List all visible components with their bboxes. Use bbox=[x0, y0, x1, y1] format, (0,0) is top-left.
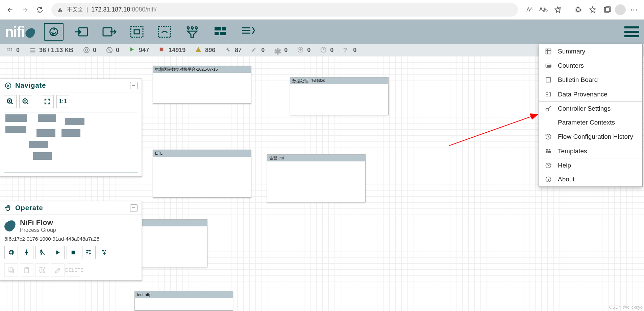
compass-icon bbox=[4, 82, 12, 89]
operate-collapse-button[interactable]: − bbox=[130, 204, 138, 212]
invalid-count: 896 bbox=[195, 46, 215, 54]
text-size-button[interactable]: Aᴬ bbox=[523, 4, 536, 16]
menu-item-templates[interactable]: Templates bbox=[539, 144, 642, 158]
collections-button[interactable] bbox=[601, 4, 613, 16]
label-tool[interactable] bbox=[238, 23, 257, 41]
svg-rect-35 bbox=[9, 268, 12, 272]
upload-template-button[interactable] bbox=[98, 246, 111, 259]
funnel-tool[interactable] bbox=[182, 23, 202, 41]
process-group[interactable]: test-http bbox=[134, 291, 233, 311]
delete-button: DELETE bbox=[67, 263, 80, 277]
process-group[interactable]: 告警test bbox=[267, 154, 366, 202]
menu-item-about[interactable]: About bbox=[539, 172, 642, 186]
extensions-button[interactable] bbox=[572, 4, 585, 16]
global-menu-button[interactable] bbox=[624, 24, 639, 39]
process-group-body bbox=[153, 73, 251, 103]
arrow-up-icon bbox=[297, 46, 304, 54]
menu-item-icon bbox=[545, 76, 552, 83]
processor-tool[interactable] bbox=[44, 23, 64, 41]
input-port-tool[interactable] bbox=[72, 23, 91, 41]
favorite-add-button[interactable] bbox=[552, 4, 564, 16]
menu-item-summary[interactable]: Summary bbox=[539, 44, 642, 59]
refresh-button[interactable] bbox=[34, 4, 46, 16]
process-group-body bbox=[290, 84, 388, 115]
global-menu: Summary123CountersBulletin BoardData Pro… bbox=[539, 44, 643, 187]
stop-button[interactable] bbox=[67, 246, 80, 259]
navigate-panel: Navigate − 1:1 bbox=[0, 79, 142, 177]
profile-avatar[interactable] bbox=[615, 4, 626, 15]
forward-button[interactable] bbox=[19, 4, 31, 16]
zoom-out-button[interactable] bbox=[19, 95, 32, 108]
copy-button bbox=[4, 263, 18, 277]
zoom-actual-button[interactable]: 1:1 bbox=[56, 95, 69, 108]
transmit-off-icon bbox=[106, 46, 113, 54]
process-group-body bbox=[135, 298, 233, 310]
process-group-header: 数据处理_Jslt脚本 bbox=[290, 77, 388, 84]
operate-panel: Operate − NiFi Flow Process Group 6f6c17… bbox=[0, 201, 142, 281]
menu-item-icon bbox=[545, 162, 552, 169]
disable-button[interactable] bbox=[35, 246, 49, 259]
menu-item-parameter-contexts[interactable]: Parameter Contexts bbox=[539, 115, 642, 130]
remote-process-group-tool[interactable] bbox=[155, 23, 174, 41]
process-group[interactable]: ETL bbox=[153, 150, 251, 198]
menu-item-flow-configuration-history[interactable]: Flow Configuration History bbox=[539, 130, 642, 144]
svg-rect-5 bbox=[134, 30, 140, 34]
read-aloud-button[interactable]: Aあ bbox=[538, 4, 550, 16]
process-group-header: 智慧医院数据对接平台-2021-07-15 bbox=[153, 66, 251, 73]
zoom-fit-button[interactable] bbox=[41, 95, 54, 108]
check-icon: ✔ bbox=[251, 46, 258, 54]
process-group-body bbox=[267, 161, 365, 202]
navigate-collapse-button[interactable]: − bbox=[130, 82, 138, 89]
warning-icon bbox=[195, 46, 202, 54]
menu-item-counters[interactable]: 123Counters bbox=[539, 59, 642, 73]
svg-point-7 bbox=[187, 27, 189, 29]
navigate-panel-header: Navigate − bbox=[0, 79, 142, 92]
process-group-header: test-http bbox=[135, 291, 233, 298]
menu-item-icon bbox=[545, 133, 552, 140]
process-group-tool[interactable] bbox=[127, 23, 147, 41]
back-button[interactable] bbox=[4, 4, 16, 16]
start-button[interactable] bbox=[51, 246, 65, 259]
color-button bbox=[51, 263, 65, 277]
nifi-logo: nifi bbox=[5, 23, 36, 40]
menu-item-label: Templates bbox=[558, 148, 587, 155]
operate-panel-header: Operate − bbox=[0, 201, 142, 215]
more-button[interactable]: ⋯ bbox=[628, 4, 640, 16]
menu-item-label: Summary bbox=[558, 48, 585, 55]
template-tool[interactable] bbox=[210, 23, 230, 41]
favorites-button[interactable] bbox=[587, 4, 599, 16]
menu-item-label: Help bbox=[558, 162, 571, 169]
svg-rect-13 bbox=[220, 32, 226, 35]
process-group[interactable]: 数据处理_Jslt脚本 bbox=[290, 77, 389, 115]
address-bar[interactable]: 不安全 | 172.31.187.18:8080/nifi/ bbox=[51, 3, 518, 17]
configure-button[interactable] bbox=[4, 246, 18, 259]
svg-rect-40 bbox=[41, 269, 44, 271]
transmit-on-icon bbox=[83, 46, 90, 54]
output-port-tool[interactable] bbox=[99, 23, 119, 41]
minimap[interactable] bbox=[4, 112, 138, 173]
svg-rect-4 bbox=[131, 26, 143, 37]
menu-item-bulletin-board[interactable]: Bulletin Board bbox=[539, 73, 642, 87]
operate-component-type: Process Group bbox=[20, 227, 56, 233]
question-icon: ? bbox=[343, 46, 350, 54]
zoom-in-button[interactable] bbox=[4, 95, 17, 108]
process-group[interactable]: 智慧医院数据对接平台-2021-07-15 bbox=[153, 66, 251, 104]
create-template-button[interactable] bbox=[82, 246, 96, 259]
menu-item-data-provenance[interactable]: Data Provenance bbox=[539, 87, 642, 101]
menu-item-help[interactable]: Help bbox=[539, 158, 642, 172]
separator: | bbox=[86, 7, 88, 13]
group-button bbox=[35, 263, 49, 277]
nifi-component-toolbar: nifi bbox=[0, 20, 644, 44]
url-text: 172.31.187.18:8080/nifi/ bbox=[91, 6, 156, 13]
menu-item-label: Bulletin Board bbox=[558, 76, 598, 84]
svg-rect-41 bbox=[546, 49, 551, 54]
uptodate-count: ✔0 bbox=[251, 46, 265, 54]
svg-point-14 bbox=[7, 48, 9, 49]
svg-point-9 bbox=[195, 27, 197, 29]
enable-button[interactable] bbox=[20, 246, 33, 259]
menu-item-controller-settings[interactable]: Controller Settings bbox=[539, 101, 642, 115]
hand-icon bbox=[4, 204, 12, 212]
process-group-icon bbox=[2, 218, 18, 234]
transmitting-count: 0 bbox=[83, 46, 96, 54]
asterisk-icon: ✱ bbox=[274, 46, 281, 54]
